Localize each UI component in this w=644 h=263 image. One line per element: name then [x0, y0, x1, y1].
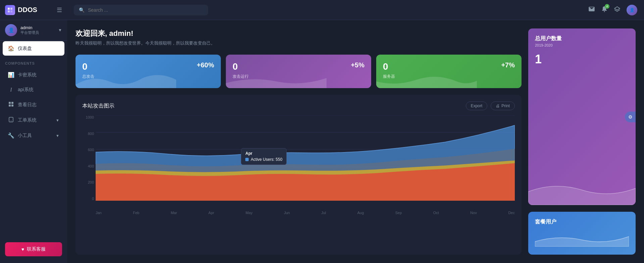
nav-label: api系统: [18, 87, 34, 93]
svg-rect-1: [10, 8, 12, 10]
welcome-title: 欢迎回来, admin!: [76, 28, 522, 39]
header: 🔍 4: [67, 0, 644, 20]
sidebar-item-card-system[interactable]: 📊 卡密系统: [3, 68, 64, 82]
nav-label: 卡密系统: [18, 72, 37, 78]
svg-rect-6: [9, 105, 11, 107]
dashboard-label: 仪表盘: [18, 46, 32, 52]
grid-icon: [8, 102, 14, 108]
bar-chart-icon: 📊: [8, 72, 14, 78]
chart-header: 本站攻击图示 Export 🖨 Print: [82, 102, 515, 110]
components-label: COMPONENTS: [0, 56, 67, 67]
stat-change: +60%: [197, 61, 214, 69]
hamburger-button[interactable]: ☰: [57, 6, 62, 14]
svg-point-11: [604, 11, 605, 12]
chevron-down-icon: ▼: [56, 118, 59, 122]
svg-rect-4: [9, 102, 11, 104]
chart-area: 1000 800 600 400 200 0: [82, 115, 515, 209]
chevron-down-icon: ▼: [56, 134, 59, 138]
home-icon: 🏠: [8, 45, 14, 52]
export-button[interactable]: Export: [466, 102, 488, 110]
nav-label: 小工具: [18, 133, 32, 139]
tool-icon: 🔧: [8, 132, 14, 139]
avatar: 👤: [5, 24, 17, 36]
print-button[interactable]: 🖨 Print: [491, 102, 515, 110]
printer-icon: 🖨: [496, 104, 500, 108]
content-right: 总用户数量 2019-2020 1 ⚙ 套餐用户: [528, 28, 636, 255]
contact-button[interactable]: ♥ 联系客服: [5, 242, 62, 256]
package-users-card: 套餐用户: [528, 212, 636, 255]
logo-text: DDOS: [18, 6, 37, 14]
svg-rect-2: [8, 10, 10, 12]
tablet-icon: [8, 117, 14, 124]
header-right: 4 👤: [588, 5, 637, 15]
user-avatar-button[interactable]: 👤: [627, 5, 637, 15]
user-name: admin: [20, 25, 55, 30]
notification-badge: 4: [605, 4, 609, 9]
chart-title: 本站攻击图示: [82, 103, 114, 110]
chart-svg: [96, 115, 515, 201]
y-axis-labels: 1000 800 600 400 200 0: [82, 115, 94, 201]
user-details: admin 平台管理员: [20, 25, 55, 35]
chart-tooltip: Apr Active Users: 550: [241, 148, 287, 165]
total-users-title: 总用户数量: [535, 35, 629, 42]
api-icon: I: [8, 87, 14, 93]
sidebar-item-api-system[interactable]: I api系统: [3, 83, 64, 97]
stat-card-total-attacks: 0 总攻击 +60%: [76, 55, 221, 88]
content-left: 欢迎回来, admin! 昨天我很聪明，所以我想改变世界。今天我很聪明，所以我要…: [76, 28, 522, 255]
tooltip-month: Apr: [245, 151, 282, 156]
svg-point-9: [11, 121, 11, 121]
search-box[interactable]: 🔍: [74, 5, 208, 15]
nav-label: 查看日志: [18, 102, 37, 108]
sidebar-item-tickets[interactable]: 工单系统 ▼: [3, 113, 64, 128]
total-users-subtitle: 2019-2020: [535, 43, 629, 47]
package-users-title: 套餐用户: [535, 218, 629, 225]
stat-change: +7%: [501, 61, 515, 69]
stat-card-running-attacks: 0 攻击运行 +5%: [226, 55, 371, 88]
logo-area: DDOS ☰: [0, 0, 67, 20]
sidebar: DDOS ☰ 👤 admin 平台管理员 ▼ 🏠 仪表盘 COMPONENTS …: [0, 0, 67, 263]
gear-settings-button[interactable]: ⚙: [625, 112, 636, 122]
x-axis-labels: Jan Feb Mar Apr May Jun Jul Aug Sep Oct …: [82, 211, 515, 215]
main-area: 🔍 4: [67, 0, 644, 263]
user-profile[interactable]: 👤 admin 平台管理员 ▼: [0, 20, 67, 41]
tooltip-series: Active Users: 550: [251, 157, 282, 162]
stat-change: +5%: [351, 61, 364, 69]
stat-number: 0: [233, 61, 364, 72]
tooltip-dot: [245, 158, 249, 161]
stat-cards: 0 总攻击 +60% 0 攻击运行 +5% 0: [76, 55, 522, 88]
stat-number: 0: [82, 61, 214, 72]
svg-rect-3: [10, 10, 12, 12]
layers-icon-button[interactable]: [614, 6, 621, 14]
svg-rect-5: [11, 102, 13, 104]
logo-icon: [5, 5, 15, 15]
content-area: 欢迎回来, admin! 昨天我很聪明，所以我想改变世界。今天我很聪明，所以我要…: [67, 20, 644, 263]
sidebar-item-tools[interactable]: 🔧 小工具 ▼: [3, 128, 64, 143]
user-dropdown-arrow: ▼: [58, 28, 62, 32]
user-role: 平台管理员: [20, 30, 55, 35]
mail-icon-button[interactable]: [588, 6, 595, 14]
sidebar-item-logs[interactable]: 查看日志: [3, 97, 64, 112]
stat-card-servers: 0 服务器 +7%: [376, 55, 522, 88]
stat-number: 0: [383, 61, 515, 72]
search-icon: 🔍: [79, 7, 85, 13]
welcome-section: 欢迎回来, admin! 昨天我很聪明，所以我想改变世界。今天我很聪明，所以我要…: [76, 28, 522, 46]
svg-rect-7: [11, 105, 13, 107]
total-users-number: 1: [535, 52, 629, 66]
heart-icon: ♥: [21, 247, 24, 252]
sidebar-nav: 📊 卡密系统 I api系统 查看日志: [0, 67, 67, 242]
search-input[interactable]: [88, 7, 203, 13]
notification-icon-button[interactable]: 4: [601, 6, 608, 14]
chart-section: 本站攻击图示 Export 🖨 Print 1000 800 600: [76, 95, 522, 255]
sidebar-item-dashboard[interactable]: 🏠 仪表盘: [3, 41, 64, 56]
logo: DDOS: [5, 5, 37, 15]
welcome-subtitle: 昨天我很聪明，所以我想改变世界。今天我很聪明，所以我要改变自己。: [76, 40, 522, 46]
chart-actions: Export 🖨 Print: [466, 102, 515, 110]
svg-rect-0: [8, 8, 10, 10]
total-users-card: 总用户数量 2019-2020 1 ⚙: [528, 28, 636, 205]
nav-label: 工单系统: [18, 117, 37, 123]
